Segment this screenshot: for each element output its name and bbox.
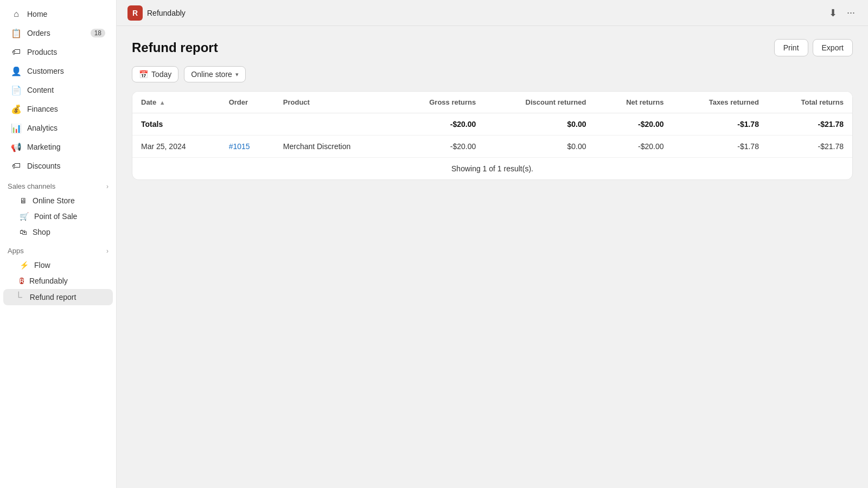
sidebar-item-customers[interactable]: 👤Customers xyxy=(3,62,113,80)
sidebar-item-label: Customers xyxy=(27,67,64,75)
col-total-returns: Total returns xyxy=(768,92,852,113)
store-filter-chevron: ▾ xyxy=(235,71,239,78)
col-order: Order xyxy=(220,92,275,113)
sidebar-item-online-store[interactable]: 🖥Online Store xyxy=(3,193,113,208)
page-content: Refund report Print Export 📅 Today Onlin… xyxy=(117,26,868,488)
home-icon: ⌂ xyxy=(11,9,22,20)
shop-icon: 🛍 xyxy=(20,228,27,236)
sidebar: ⌂Home📋Orders18🏷Products👤Customers📄Conten… xyxy=(0,0,117,488)
totals-total-returns: -$21.78 xyxy=(768,113,852,136)
date-filter-label: Today xyxy=(151,70,171,79)
content-icon: 📄 xyxy=(11,85,22,95)
sidebar-item-refund-report[interactable]: └Refund report xyxy=(3,289,113,305)
col-taxes-returned: Taxes returned xyxy=(673,92,768,113)
refundably-icon: R xyxy=(20,278,24,284)
analytics-icon: 📊 xyxy=(11,123,22,133)
page-header: Refund report Print Export xyxy=(132,39,853,56)
orders-icon: 📋 xyxy=(11,28,22,38)
sidebar-item-label: Point of Sale xyxy=(34,212,77,221)
sidebar-item-label: Shop xyxy=(33,228,50,236)
sidebar-item-content[interactable]: 📄Content xyxy=(3,81,113,99)
sidebar-leaf-label: Refund report xyxy=(30,293,76,301)
badge-orders: 18 xyxy=(91,29,105,37)
sidebar-item-discounts[interactable]: 🏷Discounts xyxy=(3,157,113,175)
sidebar-item-marketing[interactable]: 📢Marketing xyxy=(3,138,113,156)
table-row: Mar 25, 2024 #1015 Merchant Discretion -… xyxy=(132,136,852,158)
sidebar-item-point-of-sale[interactable]: 🛒Point of Sale xyxy=(3,209,113,224)
point-of-sale-icon: 🛒 xyxy=(20,212,29,221)
row-net-returns: -$20.00 xyxy=(595,136,672,158)
online-store-icon: 🖥 xyxy=(20,196,27,205)
sidebar-item-label: Discounts xyxy=(27,162,60,170)
customers-icon: 👤 xyxy=(11,66,22,76)
totals-net-returns: -$20.00 xyxy=(595,113,672,136)
totals-row: Totals -$20.00 $0.00 -$20.00 -$1.78 -$21… xyxy=(132,113,852,136)
apps-header: Apps › xyxy=(0,240,116,257)
sidebar-item-products[interactable]: 🏷Products xyxy=(3,43,113,61)
topbar: R Refundably ⬇ ··· xyxy=(117,0,868,26)
topbar-actions: ⬇ ··· xyxy=(827,5,857,21)
sidebar-item-label: Marketing xyxy=(27,143,60,151)
store-filter-label: Online store xyxy=(191,70,232,79)
sidebar-item-shop[interactable]: 🛍Shop xyxy=(3,224,113,240)
store-filter[interactable]: Online store ▾ xyxy=(184,66,245,82)
row-total-returns: -$21.78 xyxy=(768,136,852,158)
sidebar-item-analytics[interactable]: 📊Analytics xyxy=(3,119,113,137)
col-net-returns: Net returns xyxy=(595,92,672,113)
sidebar-item-label: Content xyxy=(27,86,54,94)
main-content: R Refundably ⬇ ··· Refund report Print E… xyxy=(117,0,868,488)
sales-channels-chevron[interactable]: › xyxy=(106,183,108,190)
col-product: Product xyxy=(275,92,394,113)
print-button[interactable]: Print xyxy=(774,39,808,56)
totals-label: Totals xyxy=(132,113,220,136)
row-taxes-returned: -$1.78 xyxy=(673,136,768,158)
report-table: Date ▲ Order Product Gross returns Disco… xyxy=(132,92,852,179)
page-title: Refund report xyxy=(132,40,218,55)
date-filter[interactable]: 📅 Today xyxy=(132,66,178,82)
order-link[interactable]: #1015 xyxy=(229,142,250,151)
totals-gross-returns: -$20.00 xyxy=(394,113,485,136)
header-actions: Print Export xyxy=(774,39,853,56)
finances-icon: 💰 xyxy=(11,104,22,114)
sidebar-item-label: Refundably xyxy=(29,277,68,285)
sidebar-item-flow[interactable]: ⚡Flow xyxy=(3,258,113,273)
export-button[interactable]: Export xyxy=(813,39,853,56)
marketing-icon: 📢 xyxy=(11,142,22,152)
col-date[interactable]: Date ▲ xyxy=(132,92,220,113)
totals-taxes-returned: -$1.78 xyxy=(673,113,768,136)
row-product: Merchant Discretion xyxy=(275,136,394,158)
col-gross-returns: Gross returns xyxy=(394,92,485,113)
sidebar-item-home[interactable]: ⌂Home xyxy=(3,5,113,23)
sidebar-item-label: Home xyxy=(27,10,47,18)
apps-chevron[interactable]: › xyxy=(106,247,108,255)
sidebar-item-label: Flow xyxy=(34,261,50,269)
table-body: Totals -$20.00 $0.00 -$20.00 -$1.78 -$21… xyxy=(132,113,852,180)
row-gross-returns: -$20.00 xyxy=(394,136,485,158)
sidebar-item-label: Finances xyxy=(27,105,58,113)
download-button[interactable]: ⬇ xyxy=(827,5,839,21)
row-date: Mar 25, 2024 xyxy=(132,136,220,158)
report-table-container: Date ▲ Order Product Gross returns Disco… xyxy=(132,91,853,180)
sort-icon: ▲ xyxy=(159,99,165,106)
app-icon: R xyxy=(127,5,143,21)
more-button[interactable]: ··· xyxy=(845,5,857,21)
sidebar-item-label: Online Store xyxy=(33,196,75,205)
row-discount-returned: $0.00 xyxy=(484,136,595,158)
filters: 📅 Today Online store ▾ xyxy=(132,66,853,82)
sidebar-item-finances[interactable]: 💰Finances xyxy=(3,100,113,118)
sidebar-item-orders[interactable]: 📋Orders18 xyxy=(3,24,113,42)
showing-row: Showing 1 of 1 result(s). xyxy=(132,158,852,180)
row-order: #1015 xyxy=(220,136,275,158)
sidebar-item-refundably[interactable]: RRefundably xyxy=(3,273,113,288)
col-discount-returned: Discount returned xyxy=(484,92,595,113)
table-header: Date ▲ Order Product Gross returns Disco… xyxy=(132,92,852,113)
app-name: R Refundably xyxy=(127,5,186,21)
showing-text: Showing 1 of 1 result(s). xyxy=(132,158,852,180)
sales-channels-header: Sales channels › xyxy=(0,176,116,192)
discounts-icon: 🏷 xyxy=(11,160,22,171)
totals-discount-returned: $0.00 xyxy=(484,113,595,136)
sidebar-item-label: Orders xyxy=(27,29,50,37)
connector-icon: └ xyxy=(15,292,22,302)
flow-icon: ⚡ xyxy=(20,261,29,269)
sidebar-item-label: Analytics xyxy=(27,124,58,132)
